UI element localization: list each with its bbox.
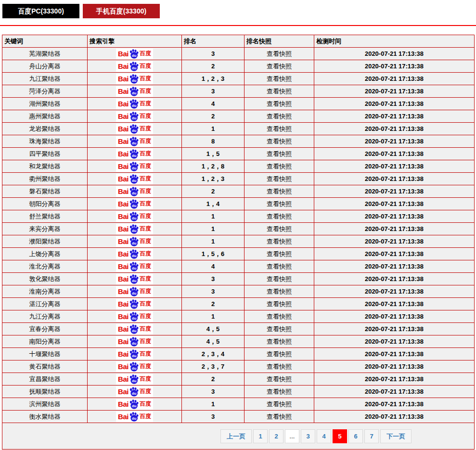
snapshot-cell: 查看快照 [244, 285, 314, 298]
detect-time-cell: 2020-07-21 17:13:38 [314, 60, 475, 73]
view-snapshot-link[interactable]: 查看快照 [267, 238, 292, 245]
search-engine-cell: Bai du 百度 [88, 348, 182, 360]
view-snapshot-link[interactable]: 查看快照 [267, 200, 292, 207]
search-engine-cell: Bai du 百度 [88, 185, 182, 198]
view-snapshot-link[interactable]: 查看快照 [267, 225, 292, 232]
rank-cell: 1，5 [182, 148, 244, 160]
view-snapshot-link[interactable]: 查看快照 [267, 288, 292, 295]
table-row: 来宾分离器 Bai du 百度 1 查看快照 2020-07-21 17:13:… [2, 223, 475, 235]
svg-text:du: du [132, 341, 137, 345]
table-row: 衡水聚结器 Bai du 百度 3 查看快照 2020-07-21 17:13:… [2, 411, 475, 423]
baidu-logo-cn-text: 百度 [140, 387, 151, 396]
rank-cell: 1，2，3 [182, 73, 244, 85]
view-snapshot-link[interactable]: 查看快照 [267, 300, 292, 308]
snapshot-cell: 查看快照 [244, 135, 314, 148]
snapshot-cell: 查看快照 [244, 360, 314, 373]
keyword-cell: 舟山分离器 [2, 60, 88, 73]
detect-time-cell: 2020-07-21 17:13:38 [314, 310, 475, 323]
baidu-paw-icon: du [129, 187, 139, 196]
view-snapshot-link[interactable]: 查看快照 [267, 388, 292, 395]
table-row: 舟山分离器 Bai du 百度 2 查看快照 2020-07-21 17:13:… [2, 60, 475, 73]
baidu-paw-icon: du [129, 149, 139, 159]
keyword-cell: 珠海聚结器 [2, 135, 88, 148]
view-snapshot-link[interactable]: 查看快照 [267, 363, 292, 370]
pagination-next-button[interactable]: 下一页 [380, 429, 412, 443]
baidu-logo-bai-text: Bai [118, 150, 129, 158]
baidu-paw-icon: du [129, 412, 139, 422]
pagination-page-6-button[interactable]: 6 [348, 429, 363, 443]
view-snapshot-link[interactable]: 查看快照 [267, 263, 292, 270]
view-snapshot-link[interactable]: 查看快照 [267, 88, 292, 95]
detect-time-cell: 2020-07-21 17:13:38 [314, 48, 475, 60]
pagination-page-4-button[interactable]: 4 [317, 429, 331, 443]
rank-cell: 3 [182, 386, 244, 398]
view-snapshot-link[interactable]: 查看快照 [267, 138, 292, 145]
view-snapshot-link[interactable]: 查看快照 [267, 150, 292, 157]
detect-time-cell: 2020-07-21 17:13:38 [314, 248, 475, 260]
baidu-logo: Bai du 百度 [116, 149, 153, 159]
view-snapshot-link[interactable]: 查看快照 [267, 375, 292, 383]
svg-text:du: du [132, 203, 137, 207]
keyword-cell: 朝阳分离器 [2, 198, 88, 210]
view-snapshot-link[interactable]: 查看快照 [267, 275, 292, 283]
baidu-logo-bai-text: Bai [118, 100, 129, 108]
view-snapshot-link[interactable]: 查看快照 [267, 50, 292, 57]
search-engine-cell: Bai du 百度 [88, 310, 182, 323]
view-snapshot-link[interactable]: 查看快照 [267, 100, 292, 107]
baidu-logo: Bai du 百度 [116, 224, 153, 234]
view-snapshot-link[interactable]: 查看快照 [267, 63, 292, 70]
table-row: 舒兰聚结器 Bai du 百度 1 查看快照 2020-07-21 17:13:… [2, 210, 475, 223]
baidu-logo-cn-text: 百度 [140, 237, 151, 245]
pagination-prev-button[interactable]: 上一页 [220, 429, 252, 443]
snapshot-cell: 查看快照 [244, 348, 314, 360]
tab-mobile-baidu[interactable]: 手机百度(33300) [83, 4, 160, 18]
pagination-page-5-button[interactable]: 5 [333, 429, 347, 443]
view-snapshot-link[interactable]: 查看快照 [267, 350, 292, 358]
view-snapshot-link[interactable]: 查看快照 [267, 325, 292, 333]
baidu-logo-cn-text: 百度 [140, 50, 151, 58]
view-snapshot-link[interactable]: 查看快照 [267, 338, 292, 345]
view-snapshot-link[interactable]: 查看快照 [267, 75, 292, 82]
pagination-page-3-button[interactable]: 3 [301, 429, 315, 443]
baidu-logo: Bai du 百度 [116, 136, 153, 147]
view-snapshot-link[interactable]: 查看快照 [267, 413, 292, 420]
pagination-page-1-button[interactable]: 1 [253, 429, 268, 443]
view-snapshot-link[interactable]: 查看快照 [267, 163, 292, 170]
svg-text:du: du [132, 103, 137, 107]
baidu-logo: Bai du 百度 [116, 361, 153, 372]
svg-text:du: du [132, 253, 137, 257]
search-engine-cell: Bai du 百度 [88, 360, 182, 373]
rank-cell: 1 [182, 398, 244, 411]
view-snapshot-link[interactable]: 查看快照 [267, 313, 292, 320]
baidu-logo: Bai du 百度 [116, 99, 153, 109]
svg-text:du: du [132, 216, 137, 220]
baidu-logo: Bai du 百度 [116, 411, 153, 422]
view-snapshot-link[interactable]: 查看快照 [267, 400, 292, 408]
tab-baidu-pc[interactable]: 百度PC(33300) [2, 4, 79, 18]
col-header-rank: 排名 [182, 35, 244, 48]
table-row: 九江分离器 Bai du 百度 1 查看快照 2020-07-21 17:13:… [2, 310, 475, 323]
keyword-cell: 衢州聚结器 [2, 173, 88, 185]
pagination-page-7-button[interactable]: 7 [364, 429, 379, 443]
table-row: 湖州聚结器 Bai du 百度 4 查看快照 2020-07-21 17:13:… [2, 98, 475, 110]
pagination-page-2-button[interactable]: 2 [269, 429, 283, 443]
svg-text:du: du [132, 366, 137, 370]
baidu-paw-icon: du [129, 287, 139, 296]
baidu-logo: Bai du 百度 [116, 174, 153, 184]
snapshot-cell: 查看快照 [244, 373, 314, 386]
view-snapshot-link[interactable]: 查看快照 [267, 113, 292, 120]
rank-cell: 1 [182, 210, 244, 223]
keyword-cell: 宜昌聚结器 [2, 373, 88, 386]
view-snapshot-link[interactable]: 查看快照 [267, 188, 292, 195]
view-snapshot-link[interactable]: 查看快照 [267, 175, 292, 182]
view-snapshot-link[interactable]: 查看快照 [267, 125, 292, 132]
keyword-cell: 来宾分离器 [2, 223, 88, 235]
rank-cell: 1，5，6 [182, 248, 244, 260]
svg-text:du: du [132, 78, 137, 82]
baidu-logo-bai-text: Bai [118, 325, 129, 333]
baidu-logo: Bai du 百度 [116, 336, 153, 347]
pagination-row: 上一页12...34567下一页 [2, 423, 475, 450]
table-row: 滨州聚结器 Bai du 百度 1 查看快照 2020-07-21 17:13:… [2, 398, 475, 411]
view-snapshot-link[interactable]: 查看快照 [267, 213, 292, 220]
view-snapshot-link[interactable]: 查看快照 [267, 250, 292, 257]
